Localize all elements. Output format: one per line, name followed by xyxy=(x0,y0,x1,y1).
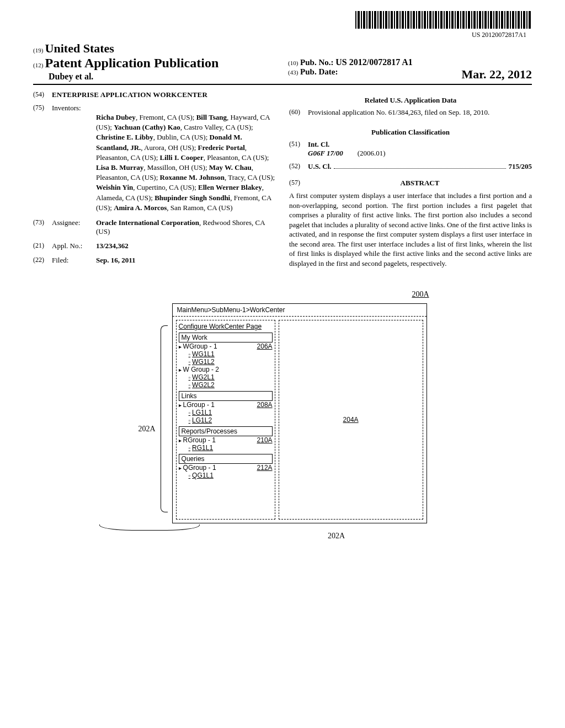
side-brace xyxy=(160,303,168,523)
invention-title: ENTERPRISE APPLICATION WORKCENTER xyxy=(52,90,207,99)
ref-212a: 212A xyxy=(257,464,273,472)
ref-210a: 210A xyxy=(257,436,273,444)
publication-type: Patent Application Publication xyxy=(45,56,219,70)
applno-value: 13/234,362 xyxy=(96,242,129,250)
ref-204a: 204A xyxy=(343,416,359,424)
link-wg2l2[interactable]: WG2L2 xyxy=(189,381,215,389)
pub-date-value: Mar. 22, 2012 xyxy=(461,67,532,82)
code-57: (57) xyxy=(289,179,308,188)
link-wg2l1[interactable]: WG2L1 xyxy=(189,373,215,381)
uscl-label: U.S. Cl. xyxy=(308,162,332,171)
link-rg1l1[interactable]: RG1L1 xyxy=(189,444,214,452)
authors-line: Dubey et al. xyxy=(33,72,277,82)
ref-208a: 208A xyxy=(257,401,273,409)
code-52: (52) xyxy=(289,162,308,171)
figure-ref-202a-bottom: 202A xyxy=(141,532,532,540)
biblio-columns: (54) ENTERPRISE APPLICATION WORKCENTER (… xyxy=(33,90,532,268)
left-column: (54) ENTERPRISE APPLICATION WORKCENTER (… xyxy=(33,90,276,268)
figure-ref-202a-side: 202A xyxy=(138,303,155,433)
group-wgroup1[interactable]: WGroup - 1 xyxy=(179,342,217,350)
pagelet-header-reports: Reports/Processes xyxy=(179,426,273,436)
breadcrumb: MainMenu>SubMenu-1>WorkCenter xyxy=(173,304,427,317)
assignee-value: Oracle International Corporation, Redwoo… xyxy=(96,218,276,236)
target-area: 204A xyxy=(279,320,423,520)
code-12: (12) xyxy=(33,62,43,68)
code-22: (22) xyxy=(33,256,52,265)
assignee-label: Assignee: xyxy=(52,218,96,236)
pagelet-header-queries: Queries xyxy=(179,454,273,464)
pagelet-header-mywork: My Work xyxy=(179,333,273,342)
inventors-value xyxy=(96,104,276,113)
link-qg1l1[interactable]: QG1L1 xyxy=(189,472,214,479)
code-10: (10) xyxy=(288,60,298,66)
group-rgroup1[interactable]: RGroup - 1 xyxy=(179,436,216,444)
inventors-text: Richa Dubey, Fremont, CA (US); Bill Tsan… xyxy=(96,113,276,213)
pub-no-label: Pub. No.: xyxy=(300,58,333,67)
group-lgroup1[interactable]: LGroup - 1 xyxy=(179,401,215,409)
dotted-leader xyxy=(334,163,507,169)
workcenter-frame: MainMenu>SubMenu-1>WorkCenter Configure … xyxy=(172,303,427,523)
code-43: (43) xyxy=(288,69,298,76)
link-lg1l2[interactable]: LG1L2 xyxy=(189,416,212,424)
abstract-text: A first computer system displays a user … xyxy=(289,191,532,268)
right-column: Related U.S. Application Data (60) Provi… xyxy=(289,90,532,268)
code-60: (60) xyxy=(289,108,308,117)
configure-link[interactable]: Configure WorkCenter Page xyxy=(179,323,262,330)
abstract-heading: ABSTRACT xyxy=(308,179,532,188)
code-73: (73) xyxy=(33,218,52,236)
pagelet-header-links: Links xyxy=(179,391,273,401)
group-wgroup2[interactable]: W Group - 2 xyxy=(179,366,219,373)
applno-label: Appl. No.: xyxy=(52,242,96,250)
group-qgroup1[interactable]: QGroup - 1 xyxy=(179,464,216,472)
link-wg1l2[interactable]: WG1L2 xyxy=(189,358,215,366)
intcl-date: (2006.01) xyxy=(358,149,386,157)
intcl-code: G06F 17/00 xyxy=(308,149,343,157)
pub-date-label: Pub. Date: xyxy=(300,67,338,76)
code-75: (75) xyxy=(33,104,52,113)
uscl-value: 715/205 xyxy=(508,162,532,171)
figure-ref-200a: 200A xyxy=(412,290,429,299)
barcode-area: US 20120072817A1 xyxy=(33,11,532,39)
barcode-text: US 20120072817A1 xyxy=(33,31,526,39)
classification-heading: Publication Classification xyxy=(289,128,532,137)
inventors-label: Inventors: xyxy=(52,104,96,113)
link-lg1l1[interactable]: LG1L1 xyxy=(189,409,212,416)
link-wg1l1[interactable]: WG1L1 xyxy=(189,350,215,358)
related-heading: Related U.S. Application Data xyxy=(289,96,532,105)
figure-area: 200A 202A MainMenu>SubMenu-1>WorkCenter … xyxy=(33,290,532,540)
sidebar-pane: Configure WorkCenter Page My Work WGroup… xyxy=(176,320,275,520)
code-19: (19) xyxy=(33,47,43,53)
under-brace xyxy=(99,524,200,531)
code-54: (54) xyxy=(33,90,52,99)
filed-value: Sep. 16, 2011 xyxy=(96,256,136,264)
code-51: (51) xyxy=(289,140,308,158)
ref-206a: 206A xyxy=(257,342,273,350)
related-text: Provisional application No. 61/384,263, … xyxy=(308,108,532,117)
filed-label: Filed: xyxy=(52,256,96,265)
barcode-graphic xyxy=(355,11,532,29)
pub-no-value: US 2012/0072817 A1 xyxy=(335,57,413,67)
intcl-label: Int. Cl. xyxy=(308,140,329,148)
header-row: (19) United States (12) Patent Applicati… xyxy=(33,41,532,85)
country: United States xyxy=(45,41,114,55)
code-21: (21) xyxy=(33,242,52,250)
